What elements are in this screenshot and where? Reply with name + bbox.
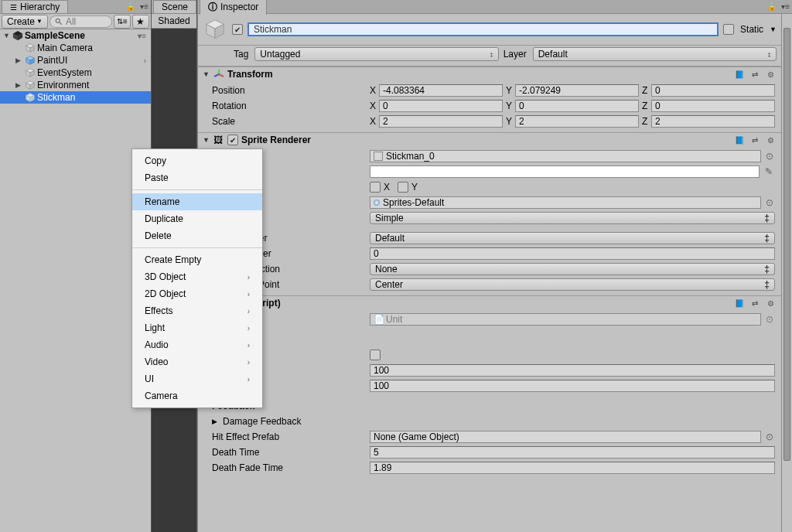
hit-effect-label: Hit Effect Prefab [212,431,367,442]
sr-enabled-checkbox[interactable] [227,135,238,145]
tree-item-main-camera[interactable]: Main Camera [0,42,151,54]
panel-menu-icon[interactable]: ▾≡ [140,2,148,11]
help-icon[interactable]: 📘 [733,298,746,309]
ctx-3d-object[interactable]: 3D Object› [132,268,262,285]
preset-icon[interactable]: ⇄ [749,69,761,80]
ctx-effects[interactable]: Effects› [132,302,262,319]
flip-row: Flip X Y [212,179,775,195]
death-time-input[interactable] [370,446,775,459]
health-input[interactable] [370,364,775,377]
invulnerable-checkbox[interactable] [370,350,381,360]
hierarchy-tab[interactable]: ☰ Hierarchy [2,0,68,13]
create-button[interactable]: Create ▼ [2,15,48,29]
sprite-field[interactable]: Stickman_0 [370,150,761,162]
ctx-rename[interactable]: Rename [132,193,262,210]
ctx-camera[interactable]: Camera [132,387,262,404]
hit-effect-field[interactable]: None (Game Object) [370,431,761,443]
draw-mode-dropdown[interactable]: Simple‡ [370,212,775,224]
max-health-input[interactable] [370,380,775,392]
expand-icon[interactable]: ▶ [15,81,23,89]
ctx-delete[interactable]: Delete [132,227,262,244]
tree-item-environment[interactable]: ▶ Environment [0,79,151,91]
inspector-tab[interactable]: ⓘ Inspector [200,0,267,15]
shaded-dropdown[interactable]: Shaded [152,14,196,29]
ctx-create-empty[interactable]: Create Empty [132,251,262,268]
scl-z-input[interactable] [651,115,775,128]
scene-menu-icon[interactable]: ▾≡ [138,32,146,40]
eyedropper-icon[interactable]: ✎ [763,165,775,178]
item-label: Environment [37,80,89,90]
lock-icon[interactable]: 🔒 [126,2,135,11]
expand-icon[interactable]: ▶ [15,56,23,64]
scl-y-input[interactable] [515,115,639,128]
pos-y-input[interactable] [515,84,639,97]
type-button[interactable]: ★ [132,15,149,29]
transform-header[interactable]: ▼ Transform 📘 ⇄ ⚙ [198,67,781,81]
damage-feedback-row[interactable]: ▶ Damage Feedback [212,414,775,429]
hierarchy-toolbar: Create ▼ All ⇅≡ ★ [0,14,151,29]
gameobject-icon[interactable] [203,17,227,42]
sorting-layer-dropdown[interactable]: Default‡ [370,232,775,244]
help-icon[interactable]: 📘 [733,135,746,145]
preset-icon[interactable]: ⇄ [749,135,761,145]
preset-icon[interactable]: ⇄ [749,298,761,309]
ctx-duplicate[interactable]: Duplicate [132,210,262,227]
gear-icon[interactable]: ⚙ [764,69,777,80]
object-picker-icon[interactable]: ⊙ [764,151,775,162]
pos-z-input[interactable] [651,84,775,97]
layer-dropdown[interactable]: Default ‡ [533,47,777,61]
sprite-sort-dropdown[interactable]: Center‡ [370,278,775,291]
active-checkbox[interactable] [232,24,243,35]
scene-tab[interactable]: Scene [153,0,196,13]
fold-icon[interactable]: ▼ [203,136,210,144]
lock-icon[interactable]: 🔒 [767,2,777,11]
flip-y-checkbox[interactable] [398,182,408,193]
object-picker-icon[interactable]: ⊙ [764,197,775,208]
rot-x-input[interactable] [379,100,503,112]
scrollbar-thumb[interactable] [783,28,790,461]
ctx-paste[interactable]: Paste [132,169,262,186]
order-input[interactable] [370,247,775,260]
inspector-scrollbar[interactable] [781,14,792,532]
gameobject-name-input[interactable] [248,22,719,36]
fold-icon[interactable]: ▼ [203,70,210,78]
inspector-panel: ⓘ Inspector 🔒 ▾≡ Static ▼ [197,0,792,532]
color-field[interactable] [370,165,760,178]
sr-header[interactable]: ▼ 🖼 Sprite Renderer 📘 ⇄ ⚙ [198,133,781,147]
flip-x-checkbox[interactable] [370,182,381,193]
search-input[interactable]: All [50,15,112,28]
object-picker-icon[interactable]: ⊙ [764,431,775,442]
ctx-light[interactable]: Light› [132,319,262,336]
unity-icon [12,30,23,41]
gear-icon[interactable]: ⚙ [764,135,777,145]
panel-menu-icon[interactable]: ▾≡ [781,2,790,11]
tree-item-paintui[interactable]: ▶ PaintUI › [0,54,151,66]
static-checkbox[interactable] [723,24,734,35]
ctx-2d-object[interactable]: 2D Object› [132,285,262,302]
unit-header[interactable]: ▼ c# Unit (Script) 📘 ⇄ ⚙ [198,296,781,310]
tree-item-stickman[interactable]: Stickman [0,91,151,104]
chevron-right-icon[interactable]: › [144,56,146,65]
pos-x-input[interactable] [379,84,503,97]
death-fade-input[interactable] [370,462,775,474]
tree-item-eventsystem[interactable]: EventSystem [0,66,151,79]
chevron-down-icon[interactable]: ▼ [770,26,777,33]
ctx-copy[interactable]: Copy [132,152,262,169]
mask-dropdown[interactable]: None‡ [370,263,775,275]
expand-icon[interactable]: ▶ [212,418,220,425]
rot-z-input[interactable] [651,100,775,112]
help-icon[interactable]: 📘 [733,69,746,80]
ctx-audio[interactable]: Audio› [132,336,262,353]
ctx-ui[interactable]: UI› [132,370,262,387]
scl-x-input[interactable] [379,115,503,128]
gear-icon[interactable]: ⚙ [764,298,777,309]
fold-icon[interactable]: ▼ [3,32,11,39]
tag-dropdown[interactable]: Untagged ‡ [254,47,498,61]
scene-row[interactable]: ▼ SampleScene ▾≡ [0,29,151,42]
svg-line-25 [214,74,219,77]
material-field[interactable]: Sprites-Default [370,196,761,209]
rot-y-input[interactable] [515,100,639,112]
filter-button[interactable]: ⇅≡ [114,15,131,29]
ctx-video[interactable]: Video› [132,353,262,370]
inspector-tab-label: Inspector [220,2,258,12]
